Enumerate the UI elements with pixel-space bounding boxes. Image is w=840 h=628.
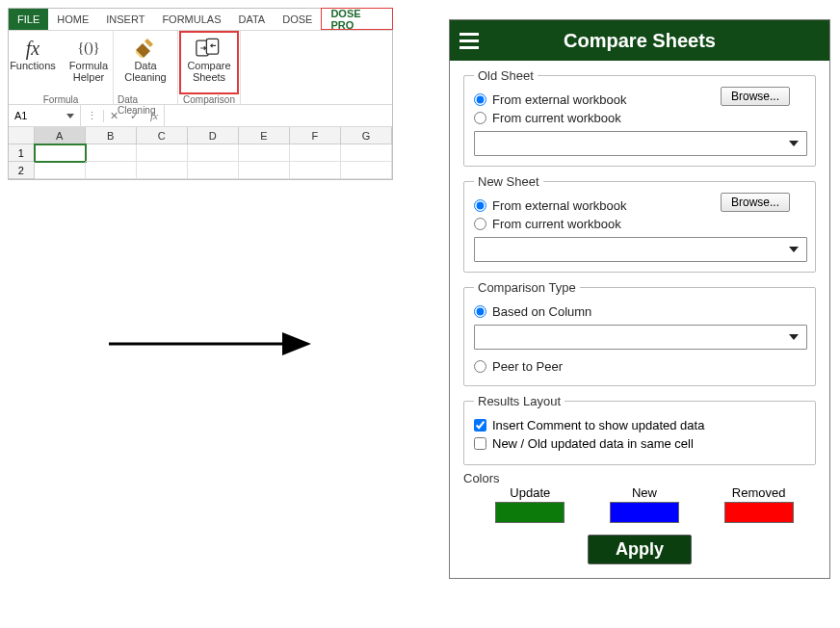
old-sheet-current-radio[interactable] — [474, 112, 486, 124]
cell[interactable] — [86, 162, 137, 179]
tab-dose-pro[interactable]: DOSE PRO — [321, 8, 393, 30]
formula-helper-button[interactable]: {()} Formula Helper — [61, 33, 117, 92]
row-header-2[interactable]: 2 — [9, 162, 35, 179]
old-sheet-group: Old Sheet Browse... From external workbo… — [463, 68, 816, 167]
comparison-type-legend: Comparison Type — [474, 280, 580, 295]
tab-data[interactable]: DATA — [230, 9, 275, 30]
enter-icon[interactable]: ✓ — [124, 110, 144, 122]
cell[interactable] — [188, 162, 239, 179]
cell[interactable] — [341, 144, 392, 162]
cell[interactable] — [137, 144, 188, 162]
insert-comment-checkbox[interactable] — [474, 419, 486, 432]
ribbon-tabs: FILE HOME INSERT FORMULAS DATA DOSE DOSE… — [9, 9, 392, 31]
compare-sheets-pane: Compare Sheets Old Sheet Browse... From … — [449, 19, 830, 579]
formula-input[interactable] — [164, 105, 392, 126]
tab-formulas[interactable]: FORMULAS — [153, 9, 229, 30]
old-sheet-external-radio[interactable] — [474, 93, 486, 106]
based-on-column-label: Based on Column — [492, 304, 591, 319]
functions-label: Functions — [10, 60, 56, 71]
ribbon-group-comparison: Compare Sheets Comparison — [178, 31, 241, 104]
col-header-d[interactable]: D — [188, 127, 239, 144]
cancel-icon[interactable]: ✕ — [104, 110, 124, 122]
name-box[interactable]: A1 — [9, 105, 81, 126]
old-sheet-dropdown[interactable] — [474, 131, 807, 156]
row-1: 1 — [9, 144, 392, 162]
cell[interactable] — [290, 162, 341, 179]
arrow-icon — [8, 329, 412, 358]
row-header-1[interactable]: 1 — [9, 144, 35, 162]
col-header-g[interactable]: G — [341, 127, 392, 144]
new-sheet-current-radio[interactable] — [474, 218, 486, 230]
tab-dose[interactable]: DOSE — [274, 9, 321, 30]
color-update: Update — [495, 485, 564, 523]
ribbon: fx Functions {()} Formula Helper Formula… — [9, 31, 392, 104]
same-cell-label: New / Old updated data in same cell — [492, 436, 694, 451]
apply-button[interactable]: Apply — [588, 535, 692, 564]
new-sheet-dropdown[interactable] — [474, 237, 807, 262]
insert-comment-label: Insert Comment to show updated data — [492, 418, 704, 432]
tab-insert[interactable]: INSERT — [97, 9, 153, 30]
column-headers: A B C D E F G — [9, 127, 392, 144]
old-sheet-browse-button[interactable]: Browse... — [721, 87, 790, 106]
col-header-a[interactable]: A — [35, 127, 86, 144]
formula-helper-label-1: Formula — [69, 60, 108, 71]
color-new: New — [610, 485, 679, 523]
color-removed: Removed — [724, 485, 794, 523]
cell[interactable] — [188, 144, 239, 162]
compare-sheets-button[interactable]: Compare Sheets — [179, 31, 239, 94]
color-removed-swatch[interactable] — [724, 502, 794, 523]
col-header-f[interactable]: F — [290, 127, 341, 144]
same-cell-checkbox[interactable] — [474, 437, 486, 450]
functions-button[interactable]: fx Functions — [5, 33, 61, 92]
new-sheet-external-label: From external workbook — [492, 198, 626, 213]
results-layout-legend: Results Layout — [474, 394, 564, 408]
old-sheet-current-label: From current workbook — [492, 111, 621, 125]
based-on-column-radio[interactable] — [474, 305, 486, 318]
cell[interactable] — [137, 162, 188, 179]
cell-a1[interactable] — [35, 144, 86, 162]
results-layout-group: Results Layout Insert Comment to show up… — [463, 394, 816, 465]
cell[interactable] — [239, 162, 290, 179]
cell[interactable] — [239, 144, 290, 162]
tab-home[interactable]: HOME — [48, 9, 97, 30]
new-sheet-external-radio[interactable] — [474, 199, 486, 212]
col-header-b[interactable]: B — [86, 127, 137, 144]
color-new-label: New — [632, 485, 657, 500]
ribbon-group-data-cleaning: Data Cleaning Data Cleaning — [114, 31, 178, 104]
peer-to-peer-radio[interactable] — [474, 360, 486, 373]
broom-icon — [132, 37, 159, 60]
pane-header: Compare Sheets — [450, 20, 829, 61]
col-header-e[interactable]: E — [239, 127, 290, 144]
cell[interactable] — [86, 144, 137, 162]
svg-rect-1 — [206, 39, 218, 54]
new-sheet-current-label: From current workbook — [492, 217, 621, 231]
namebox-menu-icon[interactable]: ⋮ — [81, 110, 104, 122]
tab-file[interactable]: FILE — [9, 9, 48, 30]
row-2: 2 — [9, 162, 392, 179]
fx-icon: fx — [19, 37, 46, 60]
new-sheet-legend: New Sheet — [474, 174, 543, 189]
color-update-label: Update — [510, 485, 550, 500]
formula-bar: A1 ⋮ ✕ ✓ fx — [9, 104, 392, 127]
fx-icon[interactable]: fx — [144, 110, 164, 121]
col-header-c[interactable]: C — [137, 127, 188, 144]
hamburger-menu-icon[interactable] — [450, 33, 488, 49]
color-removed-label: Removed — [732, 485, 786, 500]
colors-title: Colors — [463, 471, 500, 485]
data-cleaning-button[interactable]: Data Cleaning — [118, 33, 173, 92]
new-sheet-browse-button[interactable]: Browse... — [721, 193, 790, 212]
color-update-swatch[interactable] — [495, 502, 564, 523]
cell[interactable] — [35, 162, 86, 179]
cell[interactable] — [290, 144, 341, 162]
formula-helper-label-2: Helper — [73, 71, 104, 83]
peer-to-peer-label: Peer to Peer — [492, 359, 563, 374]
color-new-swatch[interactable] — [610, 502, 679, 523]
old-sheet-legend: Old Sheet — [474, 68, 538, 83]
select-all-corner[interactable] — [9, 127, 35, 144]
comparison-column-dropdown[interactable] — [474, 325, 807, 350]
cell[interactable] — [341, 162, 392, 179]
compare-sheets-icon — [196, 37, 223, 60]
data-cleaning-label-1: Data — [134, 60, 156, 71]
data-cleaning-label-2: Cleaning — [124, 71, 166, 83]
excel-window: FILE HOME INSERT FORMULAS DATA DOSE DOSE… — [8, 8, 393, 180]
